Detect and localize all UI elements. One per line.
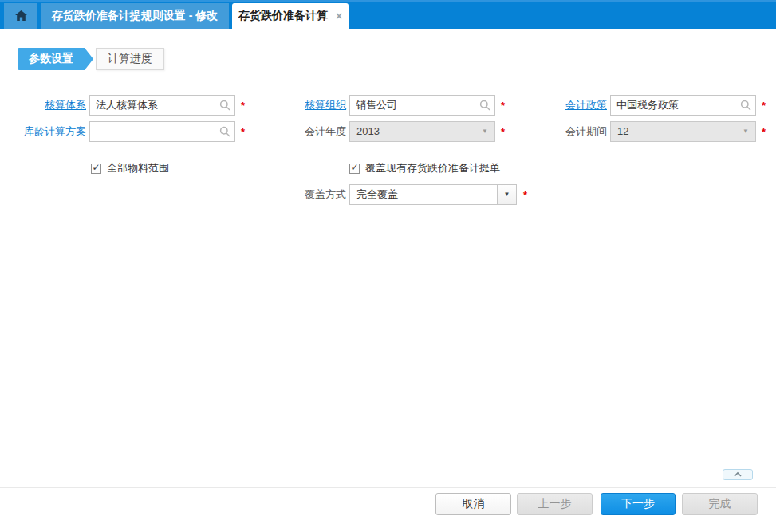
accounting-policy-field[interactable] [610,95,756,116]
next-step-button[interactable]: 下一步 [601,493,676,515]
checkmark-icon: ✓ [92,164,100,172]
cancel-button[interactable]: 取消 [435,493,511,515]
aging-plan-field[interactable] [89,121,235,142]
accounting-policy-input[interactable] [610,95,756,116]
previous-step-button[interactable]: 上一步 [517,493,593,515]
search-icon[interactable] [219,126,230,140]
search-icon[interactable] [479,100,490,114]
footer-divider [0,487,776,488]
override-existing-label: 覆盖现有存货跌价准备计提单 [365,161,500,175]
finish-button[interactable]: 完成 [682,493,758,515]
accounting-policy-label[interactable]: 会计政策 [521,95,607,116]
override-existing-checkbox[interactable]: ✓ 覆盖现有存货跌价准备计提单 [349,161,500,175]
required-marker: * [241,121,250,142]
chevron-up-icon [733,471,743,478]
checkbox-box[interactable]: ✓ [349,164,360,174]
search-icon[interactable] [219,100,230,114]
required-marker: * [241,95,250,116]
fiscal-year-value: 2013 [356,125,380,137]
home-icon [15,10,27,22]
required-marker: * [523,184,533,205]
accounting-org-field[interactable] [349,95,495,116]
step-label: 计算进度 [108,52,152,66]
override-mode-select[interactable]: 完全覆盖 ▼ [349,184,517,205]
app-window: 存货跌价准备计提规则设置 - 修改 存货跌价准备计算 × 参数设置 计算进度 核… [0,0,776,532]
checkmark-icon: ✓ [350,164,358,172]
aging-plan-input[interactable] [89,121,235,142]
accounting-system-label[interactable]: 核算体系 [0,95,86,116]
tab-bar: 存货跌价准备计提规则设置 - 修改 存货跌价准备计算 × [0,0,776,29]
checkbox-box[interactable]: ✓ [91,164,101,174]
aging-plan-label[interactable]: 库龄计算方案 [0,121,86,142]
step-arrow [85,48,93,70]
override-mode-value: 完全覆盖 [356,188,398,200]
required-marker: * [762,121,771,142]
dropdown-arrow-icon: ▼ [482,122,488,141]
required-marker: * [762,95,771,116]
tab-rule-settings[interactable]: 存货跌价准备计提规则设置 - 修改 [41,3,229,29]
tab-label: 存货跌价准备计算 [238,9,328,23]
tab-inventory-calculation[interactable]: 存货跌价准备计算 × [232,3,349,29]
all-materials-label: 全部物料范围 [107,161,169,175]
accounting-system-field[interactable] [89,95,235,116]
step-calculation-progress[interactable]: 计算进度 [96,48,164,70]
required-marker: * [501,95,510,116]
fiscal-year-label: 会计年度 [260,121,346,142]
all-materials-checkbox[interactable]: ✓ 全部物料范围 [91,161,169,175]
collapse-panel-button[interactable] [723,469,753,480]
accounting-org-input[interactable] [349,95,495,116]
search-icon[interactable] [740,100,751,114]
accounting-system-input[interactable] [89,95,235,116]
tab-label: 存货跌价准备计提规则设置 - 修改 [52,9,218,23]
required-marker: * [501,121,510,142]
override-mode-label: 覆盖方式 [260,184,346,205]
fiscal-period-select[interactable]: 12 ▼ [610,121,756,142]
close-icon[interactable]: × [336,10,342,22]
fiscal-year-select[interactable]: 2013 ▼ [349,121,495,142]
home-tab[interactable] [4,3,37,29]
dropdown-arrow-icon[interactable]: ▼ [497,185,516,204]
step-label: 参数设置 [29,52,73,66]
step-parameter-settings[interactable]: 参数设置 [18,48,85,70]
dropdown-arrow-icon: ▼ [743,122,749,141]
fiscal-period-label: 会计期间 [521,121,607,142]
fiscal-period-value: 12 [617,125,628,137]
accounting-org-label[interactable]: 核算组织 [260,95,346,116]
